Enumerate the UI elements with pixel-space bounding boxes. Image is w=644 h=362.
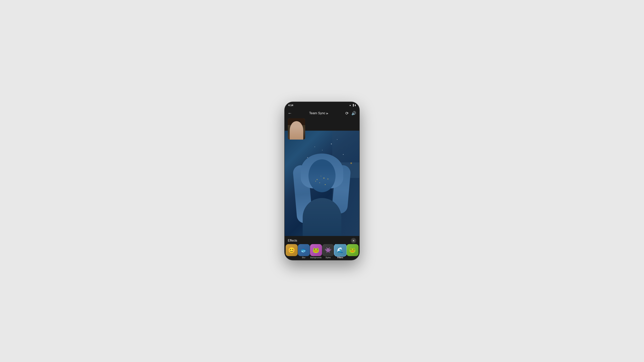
main-video-background xyxy=(285,131,359,237)
signal-icon: ▐ xyxy=(352,104,354,106)
effect-item-blur[interactable]: 🐟 Blur xyxy=(298,244,310,259)
volume-button[interactable]: 🔊 xyxy=(352,111,356,116)
effect-item-backgrounds[interactable]: 🐸 Backgrounds xyxy=(310,244,322,259)
thumbnail-video-content xyxy=(288,118,305,140)
status-bar: 4:14 ▲ ▐ ▮ xyxy=(285,102,359,108)
effects-icons-row: 😊 🐟 Blur 🐸 Backgrounds xyxy=(285,244,359,259)
rotate-camera-button[interactable]: ⟳ xyxy=(346,111,349,116)
glitter-dot-6 xyxy=(315,181,316,182)
thumbnail-face xyxy=(290,121,303,140)
back-button[interactable]: ← xyxy=(288,111,292,115)
effect-item-partial[interactable]: 😊 xyxy=(286,244,298,257)
call-title: Team Sync ▶ xyxy=(309,111,328,115)
thumbnail-video xyxy=(288,118,305,140)
effect-icon-filters: 🌊 xyxy=(334,244,346,256)
top-actions: ⟳ 🔊 xyxy=(346,111,356,116)
glitter-dot-3 xyxy=(319,182,320,183)
call-title-arrow: ▶ xyxy=(326,112,328,115)
sparkle-1 xyxy=(322,150,322,150)
top-bar: ← Team Sync ▶ ⟳ 🔊 xyxy=(285,108,359,118)
effect-item-styles[interactable]: 👾 Styles xyxy=(322,244,334,259)
person-face xyxy=(308,159,336,192)
effect-label-filters: Filters xyxy=(337,257,343,259)
effect-icon-styles: 👾 xyxy=(322,244,334,256)
wifi-icon: ▲ xyxy=(349,104,351,106)
effect-icon-blur: 🐟 xyxy=(298,244,310,256)
glitter-dot-7 xyxy=(328,178,328,179)
effects-header: Effects × xyxy=(285,236,359,244)
glitter-dot-2 xyxy=(323,177,324,179)
main-video xyxy=(285,131,359,237)
battery-icon: ▮ xyxy=(355,104,356,106)
effect-label-styles: Styles xyxy=(326,257,331,259)
effect-item-filters[interactable]: 🌊 Filters xyxy=(334,244,346,259)
glitter-dot-4 xyxy=(325,184,326,185)
effect-icon-extra: 🐸 xyxy=(346,244,358,256)
effect-label-blur: Blur xyxy=(302,257,306,259)
effect-item-extra[interactable]: 🐸 xyxy=(346,244,358,257)
status-icons: ▲ ▐ ▮ xyxy=(349,104,356,106)
call-title-text: Team Sync xyxy=(309,111,325,115)
effect-icon-backgrounds: 🐸 xyxy=(310,244,322,256)
status-time: 4:14 xyxy=(288,104,293,107)
effects-panel: Effects × 😊 🐟 Blur 🐸 xyxy=(285,236,359,260)
effects-close-button[interactable]: × xyxy=(351,238,356,243)
person-silhouette xyxy=(293,153,351,237)
effect-label-backgrounds: Backgrounds xyxy=(310,257,322,259)
effects-title: Effects xyxy=(288,239,297,242)
glitter-dot-5 xyxy=(321,176,321,176)
phone-frame: 4:14 ▲ ▐ ▮ ← Team Sync ▶ ⟳ 🔊 xyxy=(284,102,360,260)
effect-icon-partial: 😊 xyxy=(286,244,298,256)
glitter-dot-1 xyxy=(316,179,318,180)
person-body xyxy=(303,198,341,237)
